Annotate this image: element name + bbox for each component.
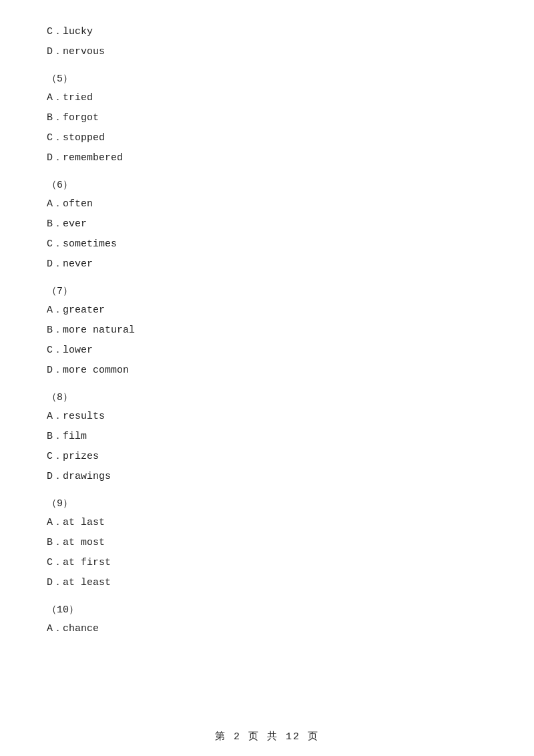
question-7-number: （7） (47, 285, 487, 297)
q5-option-c: C．stopped (47, 130, 487, 146)
q9-option-a: A．at last (47, 515, 487, 531)
q8-option-c: C．prizes (47, 449, 487, 465)
option-c-lucky: C．lucky (47, 24, 487, 40)
q7-option-a: A．greater (47, 303, 487, 319)
q9-option-d: D．at least (47, 575, 487, 591)
option-d-nervous: D．nervous (47, 44, 487, 60)
q8-option-d: D．drawings (47, 469, 487, 485)
q5-option-b: B．forgot (47, 110, 487, 126)
question-6-number: （6） (47, 178, 487, 191)
q9-option-b: B．at most (47, 535, 487, 551)
q6-option-c: C．sometimes (47, 236, 487, 252)
page-footer: 第 2 页 共 12 页 (0, 730, 534, 743)
q5-option-d: D．remembered (47, 150, 487, 166)
q7-option-c: C．lower (47, 343, 487, 359)
q6-option-b: B．ever (47, 216, 487, 232)
q4-partial-options: C．lucky D．nervous (47, 24, 487, 60)
q5-option-a: A．tried (47, 90, 487, 106)
q7-option-b: B．more natural (47, 323, 487, 339)
question-8-number: （8） (47, 391, 487, 403)
q8-option-b: B．film (47, 429, 487, 445)
q6-option-a: A．often (47, 196, 487, 212)
q7-option-d: D．more common (47, 363, 487, 379)
question-9-number: （9） (47, 497, 487, 510)
q10-option-a: A．chance (47, 621, 487, 637)
q6-option-d: D．never (47, 256, 487, 272)
q8-option-a: A．results (47, 409, 487, 425)
q9-option-c: C．at first (47, 555, 487, 571)
page-content: C．lucky D．nervous （5） A．tried B．forgot C… (0, 0, 534, 681)
question-5-number: （5） (47, 72, 487, 85)
question-10-number: （10） (47, 603, 487, 616)
page-number-text: 第 2 页 共 12 页 (215, 731, 319, 743)
